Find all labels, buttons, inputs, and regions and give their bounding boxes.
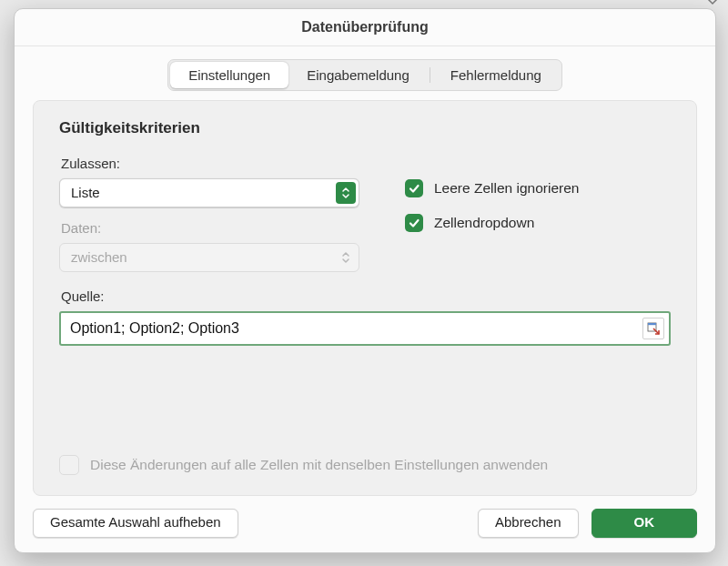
tab-input-message[interactable]: Eingabemeldung: [288, 62, 428, 88]
dialog-button-row: Gesamte Auswahl aufheben Abbrechen OK: [33, 496, 697, 538]
in-cell-dropdown-checkbox[interactable]: [405, 214, 423, 232]
tab-settings[interactable]: Einstellungen: [170, 62, 288, 88]
svg-rect-1: [648, 323, 656, 325]
in-cell-dropdown-label: Zellendropdown: [434, 215, 534, 231]
background-menu-chevron-icon: [707, 0, 718, 5]
data-validation-dialog: Datenüberprüfung Einstellungen Eingabeme…: [14, 8, 716, 553]
dialog-content: Einstellungen Eingabemeldung Fehlermeldu…: [15, 46, 715, 552]
tab-error-alert[interactable]: Fehlermeldung: [432, 62, 560, 88]
ok-button[interactable]: OK: [592, 509, 698, 538]
allow-select-value: Liste: [71, 185, 100, 200]
clear-all-button[interactable]: Gesamte Auswahl aufheben: [33, 509, 238, 538]
tab-bar: Einstellungen Eingabemeldung Fehlermeldu…: [33, 59, 697, 91]
data-select: zwischen: [59, 243, 359, 272]
ignore-blank-checkbox[interactable]: [405, 179, 423, 197]
data-select-value: zwischen: [71, 249, 127, 265]
ignore-blank-label: Leere Zellen ignorieren: [434, 180, 579, 197]
source-label: Quelle:: [61, 288, 671, 304]
tab-group: Einstellungen Eingabemeldung Fehlermeldu…: [167, 59, 562, 91]
settings-panel: Gültigkeitskriterien Zulassen: Liste: [33, 100, 697, 496]
section-title: Gültigkeitskriterien: [59, 119, 671, 137]
cancel-button[interactable]: Abbrechen: [478, 509, 579, 538]
apply-all-label: Diese Änderungen auf alle Zellen mit den…: [90, 457, 548, 473]
data-select-stepper-icon: [336, 247, 356, 268]
allow-label: Zulassen:: [61, 156, 359, 171]
tab-separator: [430, 67, 430, 83]
source-input-wrap: [59, 311, 671, 346]
source-input[interactable]: [68, 319, 640, 338]
apply-all-checkbox: [59, 455, 79, 475]
allow-select-stepper-icon: [336, 182, 356, 204]
collapse-dialog-button[interactable]: [642, 318, 664, 339]
dialog-title: Datenüberprüfung: [15, 9, 715, 46]
data-label: Daten:: [61, 220, 359, 236]
allow-select[interactable]: Liste: [59, 178, 359, 207]
range-picker-icon: [647, 322, 660, 335]
